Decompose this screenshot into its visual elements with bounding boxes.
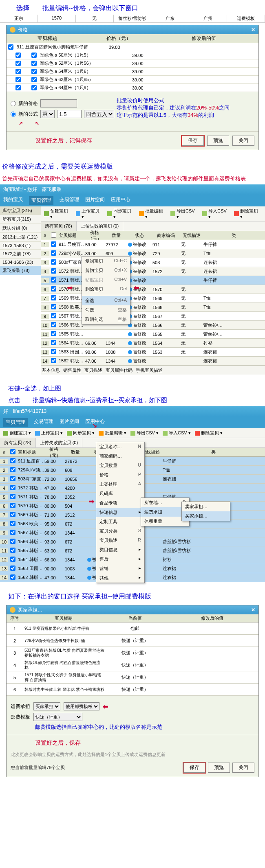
toolbar-item[interactable]: 删除宝贝 ▾: [195, 430, 223, 436]
table-row[interactable]: 2729#小V领…39.00609 被修改729无T恤: [41, 249, 265, 258]
toolbar-item[interactable]: 上传宝贝 ▾: [76, 208, 104, 219]
sidebar-item[interactable]: 默认分组 (0): [0, 224, 41, 233]
toolbar-item[interactable]: 创建宝贝 ▾: [44, 208, 72, 219]
table-row[interactable]: 3503#厂家直…72.0010656 被修改503无连衣裙: [41, 258, 265, 267]
table-row[interactable]: 51571 韩版…78.002352 被修改牛仔裤: [41, 276, 265, 285]
tab[interactable]: 所有宝贝 (78): [41, 221, 77, 231]
table-row[interactable]: 71569 韩版… 被修改1569无T恤: [41, 294, 265, 303]
table-row[interactable]: 军绿色 a 54厘米（1尺6）39.00: [7, 68, 258, 76]
round-select[interactable]: 四舍五入: [84, 110, 114, 118]
table-row[interactable]: 111565 韩版… 被修改1565无蕾丝衫/…: [41, 330, 265, 339]
menu-item[interactable]: 宝贝描述R: [96, 536, 144, 545]
bottom-tab[interactable]: 手机宝贝描述: [136, 367, 163, 373]
table-row[interactable]: 军绿色 a 64厘米（1尺9）39.00: [7, 84, 258, 92]
menu-item[interactable]: 全选Ctrl+A: [82, 296, 130, 305]
radio-formula[interactable]: [11, 112, 16, 117]
menu-item[interactable]: 宝贝分类S: [96, 526, 144, 536]
menu-item[interactable]: 宝贝管理: [29, 196, 53, 205]
menu-item[interactable]: 宝贝管理: [3, 418, 28, 427]
table-row[interactable]: 91567 韩版… 被修改1567无: [41, 312, 265, 321]
sidebar-item[interactable]: 露飞服装 (78): [0, 266, 41, 275]
menu-item[interactable]: 卖家承担…: [182, 502, 230, 511]
menu-item[interactable]: 宝贝名称…N: [96, 442, 144, 452]
menu-item[interactable]: 买家承担…: [182, 511, 230, 521]
sidebar-item[interactable]: 1572之前 (78): [0, 250, 41, 259]
menu-item[interactable]: 上架处理A: [96, 480, 144, 489]
tab[interactable]: 所有宝贝 (78): [0, 438, 36, 447]
sidebar-item[interactable]: 1584-1606 (23): [0, 259, 41, 266]
factor-input[interactable]: [57, 110, 82, 118]
bottom-tab[interactable]: 销售属性: [63, 367, 81, 373]
menu-item[interactable]: 定制工具: [96, 517, 144, 526]
radio-new-price[interactable]: [11, 101, 16, 106]
menu-item[interactable]: 图片空间: [85, 196, 105, 205]
info-icon: [128, 332, 132, 336]
menu-item[interactable]: 勾选空格: [82, 305, 130, 315]
table-row[interactable]: 911 显瘦百搭糖果色小脚铅笔牛仔裤39.00: [7, 43, 258, 51]
post-template-select[interactable]: 快递（计重）: [33, 713, 82, 721]
toolbar-item[interactable]: 上传宝贝 ▾: [35, 430, 63, 436]
save-button[interactable]: 保存: [182, 136, 204, 146]
toolbar-item[interactable]: 批量编辑 ▾: [139, 208, 167, 219]
toolbar-item[interactable]: 同步宝贝 ▾: [67, 430, 95, 436]
preview-button[interactable]: 预览: [208, 763, 230, 773]
table-row[interactable]: 121564 韩版…66.001344 被修改1564无衬衫: [41, 339, 265, 348]
toolbar-item[interactable]: 导入CSV ▾: [202, 208, 230, 219]
sidebar-item[interactable]: 2013未上架 (121): [0, 233, 41, 242]
menu-item[interactable]: 售后▸: [96, 555, 144, 564]
menu-item[interactable]: 交易管理: [60, 196, 79, 205]
menu-item[interactable]: 快递信息▸: [96, 508, 144, 517]
menu-item[interactable]: 图片空间: [60, 418, 79, 427]
price-input[interactable]: [40, 99, 77, 107]
table-row[interactable]: 131563 田园…90.001008 被修改1563无连衣裙: [41, 348, 265, 357]
menu-item[interactable]: 交易管理: [34, 418, 53, 427]
bottom-tab[interactable]: 基本信息: [42, 367, 60, 373]
toolbar-item[interactable]: 导入CSV ▾: [163, 430, 191, 436]
toolbar-item[interactable]: 导出CSV ▾: [170, 208, 198, 219]
table-row[interactable]: 军绿色 a 52厘米（1尺56）39.00: [7, 59, 258, 68]
menu-item[interactable]: 剪切宝贝Ctrl+X: [82, 266, 130, 275]
preview-button[interactable]: 预览: [207, 136, 229, 146]
bearer-select[interactable]: 买家承担: [33, 702, 60, 710]
toolbar-item[interactable]: 导出CSV ▾: [130, 430, 159, 436]
op-select[interactable]: 乘: [40, 110, 55, 118]
sidebar-item[interactable]: 1573-1583 (1): [0, 242, 41, 250]
menu-item[interactable]: 食品专项: [96, 498, 144, 508]
bottom-tab[interactable]: 宝贝描述: [84, 367, 102, 373]
table-row[interactable]: 61570 韩版… 被修改1570无: [41, 285, 265, 294]
save-button[interactable]: 保存: [183, 763, 205, 773]
menu-item[interactable]: 删除宝贝Del: [82, 285, 130, 294]
close-button[interactable]: 关闭: [232, 136, 254, 146]
table-row[interactable]: 141562 韩版…47.001344 被修改连衣裙: [41, 357, 265, 366]
menu-item[interactable]: 我的宝贝: [3, 196, 23, 205]
template-mode-select[interactable]: 使用邮费模板: [64, 702, 99, 710]
table-row[interactable]: 101566 韩版… 被修改1566无蕾丝衫/…: [41, 321, 265, 330]
menu-item[interactable]: 取消勾选空格: [82, 315, 130, 324]
menu-item[interactable]: 其他▸: [96, 573, 144, 583]
table-row[interactable]: 军绿色 a 62厘米（1尺85）39.00: [7, 76, 258, 84]
bottom-tabs: 基本信息销售属性宝贝描述宝贝属性代码手机宝贝描述: [41, 366, 265, 375]
close-icon[interactable]: ✕: [251, 27, 255, 33]
toolbar-item[interactable]: 批量编辑 ▾: [99, 430, 126, 436]
bottom-tab[interactable]: 宝贝属性代码: [106, 367, 132, 373]
table-row[interactable]: 1911 显瘦百…59.0027972 被修改911无牛仔裤: [41, 240, 265, 249]
sidebar-item[interactable]: 所有宝贝(315): [0, 215, 41, 224]
table-row[interactable]: 81568 欧美… 被修改1568无T恤: [41, 303, 265, 312]
toolbar-item[interactable]: 删除宝贝 ▾: [234, 208, 262, 219]
arrow-icon: ➡: [89, 498, 94, 505]
toolbar-item[interactable]: 创建宝贝 ▾: [3, 430, 31, 436]
menu-item[interactable]: 类目信息▸: [96, 545, 144, 555]
table-row[interactable]: 41572 韩版…47.004200 被修改1572无连衣裙: [41, 267, 265, 276]
menu-item[interactable]: 尺码库: [96, 489, 144, 498]
menu-item[interactable]: 价格P: [96, 470, 144, 480]
toolbar-item[interactable]: 同步宝贝 ▾: [107, 208, 135, 219]
menu-item[interactable]: 营销▸: [96, 564, 144, 573]
close-button[interactable]: 关闭: [232, 763, 254, 773]
menu-item[interactable]: 宝贝数量U: [96, 461, 144, 470]
menu-item[interactable]: 商家编码…: [96, 452, 144, 461]
table-row[interactable]: 军绿色 a 50厘米（1尺5）39.00: [7, 51, 258, 59]
close-icon[interactable]: ✕: [251, 607, 255, 613]
menu-item[interactable]: 复制宝贝Ctrl+C: [82, 256, 130, 266]
menu-item[interactable]: 粘贴宝贝Ctrl+V: [82, 275, 130, 285]
menu-item[interactable]: 应用中心: [111, 196, 130, 205]
